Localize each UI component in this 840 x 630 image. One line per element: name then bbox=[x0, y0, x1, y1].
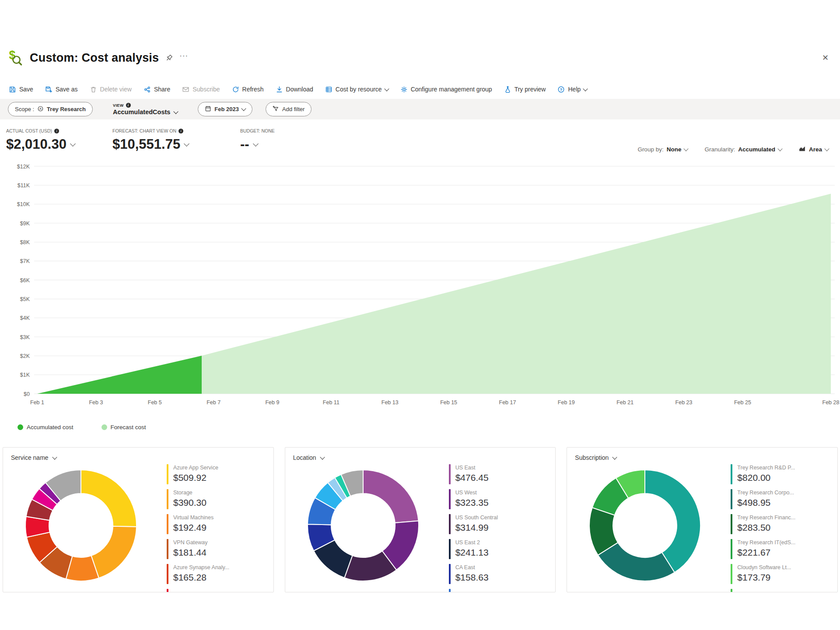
y-axis-tick: $2K bbox=[20, 353, 30, 359]
x-axis-tick: Feb 21 bbox=[616, 399, 634, 406]
y-axis-tick: $7K bbox=[20, 258, 30, 264]
kpi-value[interactable]: $10,551.75 bbox=[112, 136, 230, 152]
legend-item-us-south-central[interactable]: US South Central$314.99 bbox=[449, 514, 498, 535]
legend-item-trey-research-r-d-p[interactable]: Trey Research R&D P...$820.00 bbox=[731, 464, 795, 485]
granularity-control[interactable]: Granularity: Accumulated bbox=[704, 146, 782, 153]
card-title-location[interactable]: Location bbox=[293, 454, 324, 461]
x-axis-tick: Feb 17 bbox=[499, 399, 516, 406]
kpi-forecast-chart-view-on: FORECAST: CHART VIEW ONi$10,551.75 bbox=[112, 128, 230, 152]
flask-icon bbox=[504, 86, 511, 93]
donut-chart-location[interactable] bbox=[291, 464, 440, 592]
donut-slice-azure-app-service[interactable] bbox=[81, 470, 136, 527]
kpi-label: BUDGET: NONE bbox=[240, 128, 310, 133]
chart-type-value: Area bbox=[809, 146, 822, 153]
add-filter-label: Add filter bbox=[282, 106, 304, 112]
breakdown-cards: Service nameAzure App Service$509.92Stor… bbox=[3, 447, 838, 592]
toolbar-save-button[interactable]: Save bbox=[9, 86, 33, 93]
add-filter-pill[interactable]: Add filter bbox=[266, 102, 312, 116]
legend-accumulated-cost[interactable]: Accumulated cost bbox=[18, 424, 74, 430]
more-options-button[interactable]: ··· bbox=[179, 52, 188, 60]
toolbar-configure-management-group-button[interactable]: Configure management group bbox=[400, 86, 492, 93]
scope-label: Scope : bbox=[15, 106, 34, 112]
legend-label: Storage bbox=[173, 490, 206, 496]
delete-icon bbox=[90, 86, 97, 93]
legend-color-bar bbox=[731, 564, 732, 584]
legend-item-azure-app-service[interactable]: Azure App Service$509.92 bbox=[167, 464, 229, 485]
legend-item-virtual-machines[interactable]: Virtual Machines$192.49 bbox=[167, 514, 229, 535]
legend-label: US South Central bbox=[455, 514, 498, 521]
legend-item-us-west[interactable]: US West$323.35 bbox=[449, 489, 498, 510]
date-range-pill[interactable]: Feb 2023 bbox=[198, 102, 252, 116]
toolbar-help-button[interactable]: ?Help bbox=[557, 86, 587, 93]
chevron-down-icon bbox=[70, 141, 76, 147]
legend-color-bar bbox=[167, 514, 168, 534]
legend-color-bar bbox=[167, 564, 168, 584]
toolbar-refresh-button[interactable]: Refresh bbox=[232, 86, 264, 93]
kpi-value[interactable]: $2,010.30 bbox=[6, 136, 112, 152]
legend-item-cloudyn-software-lt[interactable]: Cloudyn Software Lt...$173.79 bbox=[731, 564, 795, 585]
legend-forecast-cost[interactable]: Forecast cost bbox=[102, 424, 146, 430]
save-icon bbox=[9, 86, 16, 93]
chart-type-select[interactable]: Area bbox=[798, 145, 829, 154]
legend-item-storage[interactable]: Storage$390.30 bbox=[167, 489, 229, 510]
toolbar-share-button[interactable]: Share bbox=[144, 86, 170, 93]
legend-item-azure-synapse-analy[interactable]: Azure Synapse Analy...$165.28 bbox=[167, 564, 229, 585]
legend-label: US East bbox=[455, 465, 489, 471]
legend-label: VPN Gateway bbox=[173, 539, 208, 546]
card-title-subscription[interactable]: Subscription bbox=[575, 454, 616, 461]
donut-chart-service-name[interactable] bbox=[9, 464, 158, 592]
scope-icon: A bbox=[37, 105, 44, 113]
table-icon bbox=[325, 86, 332, 93]
area-chart-icon bbox=[798, 145, 806, 154]
legend-item-us-east[interactable]: US East$476.45 bbox=[449, 464, 498, 485]
legend-item-partial bbox=[731, 589, 795, 592]
legend-label: Trey Research Financ... bbox=[737, 514, 795, 521]
toolbar-cost-by-resource-button[interactable]: Cost by resource bbox=[325, 86, 388, 93]
toolbar-download-button[interactable]: Download bbox=[276, 86, 313, 93]
close-button[interactable]: ✕ bbox=[822, 53, 829, 63]
legend-item-vpn-gateway[interactable]: VPN Gateway$181.44 bbox=[167, 539, 229, 560]
scope-pill[interactable]: Scope : A Trey Research bbox=[8, 102, 93, 116]
group-by-label: Group by: bbox=[637, 146, 663, 153]
pin-button[interactable] bbox=[165, 54, 173, 62]
x-axis-tick: Feb 3 bbox=[89, 399, 103, 406]
legend-value: $173.79 bbox=[737, 572, 791, 583]
view-selector[interactable]: VIEW i AccumulatedCosts bbox=[113, 103, 178, 116]
legend-label: US West bbox=[455, 490, 489, 496]
granularity-value: Accumulated bbox=[738, 146, 775, 153]
card-subscription: SubscriptionTrey Research R&D P...$820.0… bbox=[567, 447, 838, 592]
legend-item-ca-east[interactable]: CA East$158.63 bbox=[449, 564, 498, 585]
donut-slice-us-east[interactable] bbox=[363, 470, 419, 523]
toolbar-try-preview-button[interactable]: Try preview bbox=[504, 86, 546, 93]
kpi-actual-cost-usd: ACTUAL COST (USD)i$2,010.30 bbox=[6, 128, 112, 152]
legend-color-bar bbox=[449, 539, 451, 559]
legend-item-trey-research-it-eds[interactable]: Trey Research IT(edS...$221.67 bbox=[731, 539, 795, 560]
x-axis-tick: Feb 23 bbox=[676, 399, 693, 406]
legend-item-trey-research-financ[interactable]: Trey Research Financ...$283.50 bbox=[731, 514, 795, 535]
y-axis-tick: $3K bbox=[20, 334, 30, 340]
chevron-down-icon bbox=[174, 109, 178, 114]
legend-label: Virtual Machines bbox=[173, 514, 214, 521]
y-axis-tick: $6K bbox=[20, 277, 30, 284]
view-label: VIEW bbox=[113, 103, 124, 108]
y-axis-tick: $0 bbox=[24, 391, 30, 397]
svg-text:$: $ bbox=[9, 49, 15, 62]
y-axis-tick: $1K bbox=[20, 372, 30, 378]
legend-item-trey-research-corpo[interactable]: Trey Research Corpo...$498.95 bbox=[731, 489, 795, 510]
info-icon: i bbox=[54, 129, 59, 133]
legend-dot bbox=[102, 424, 107, 430]
legend-color-bar bbox=[731, 489, 732, 509]
legend-value: $221.67 bbox=[737, 547, 795, 558]
legend-item-us-east-2[interactable]: US East 2$241.13 bbox=[449, 539, 498, 560]
legend-value: $283.50 bbox=[737, 522, 795, 533]
svg-text:?: ? bbox=[560, 87, 563, 91]
donut-slice-storage[interactable] bbox=[91, 526, 137, 578]
group-by-value: None bbox=[667, 146, 682, 153]
add-filter-icon bbox=[273, 105, 279, 112]
card-title-service-name[interactable]: Service name bbox=[11, 454, 56, 461]
donut-chart-subscription[interactable] bbox=[573, 464, 722, 592]
toolbar-save-as-button[interactable]: Save as bbox=[45, 86, 78, 93]
kpi-value[interactable]: -- bbox=[240, 136, 310, 152]
group-by-control[interactable]: Group by: None bbox=[637, 146, 688, 153]
pin-icon bbox=[165, 54, 173, 62]
